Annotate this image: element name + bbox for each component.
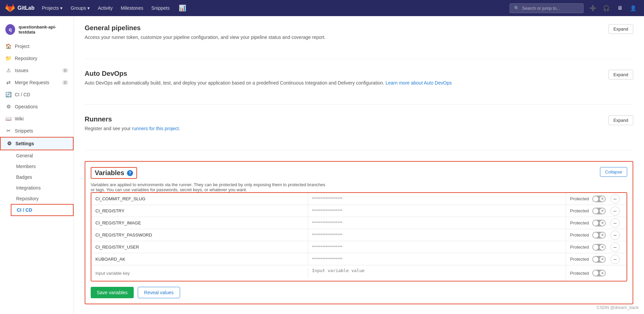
var-value-ci-registry-image: ****************** [308, 217, 566, 229]
search-icon: 🔍 [514, 6, 519, 11]
toggle-kuboard-ak[interactable]: ✕ [592, 256, 606, 263]
var-key-ci-registry-image: CI_REGISTRY_IMAGE [91, 217, 308, 229]
nav-monitor-icon[interactable]: 🖥 [614, 3, 625, 13]
table-row: CI_REGISTRY ****************** Protected… [91, 205, 627, 217]
nav-headphones-icon[interactable]: 🎧 [601, 3, 612, 13]
watermark: CSDN @dream_back [597, 305, 639, 310]
sidebar-item-label: Operations [15, 104, 38, 109]
toggle-new-variable[interactable]: ✕ [592, 270, 606, 276]
nav-activity[interactable]: Activity [94, 3, 116, 13]
navbar-icon-group: ➕ 🎧 🖥 👤 [588, 3, 639, 13]
sidebar-submenu-integrations[interactable]: Integrations [11, 182, 74, 193]
chevron-down-icon: ▾ [60, 5, 62, 11]
nav-chart-icon[interactable]: 📊 [177, 3, 188, 13]
main-content: General pipelines Access your runner tok… [74, 16, 644, 314]
variables-collapse-button[interactable]: Collapse [600, 167, 627, 177]
sidebar-item-label: Snippets [15, 128, 33, 134]
sidebar: q questionbank-api-testdata 🏠 Project 📁 … [0, 16, 74, 314]
variable-value-input[interactable] [308, 265, 566, 281]
toggle-ci-registry-image[interactable]: ✕ [592, 220, 606, 226]
toggle-ci-registry-user[interactable]: ✕ [592, 244, 606, 251]
general-pipelines-expand-button[interactable]: Expand [608, 24, 633, 34]
nav-groups[interactable]: Groups ▾ [67, 3, 93, 13]
sidebar-item-snippets[interactable]: ✂ Snippets [0, 125, 74, 137]
remove-ci-registry-button[interactable]: – [610, 206, 620, 216]
navbar-brand-label: GitLab [17, 5, 35, 11]
var-value-ci-registry: ****************** [308, 205, 566, 217]
variable-key-input[interactable] [91, 268, 308, 278]
cicd-icon: 🔄 [5, 92, 11, 98]
remove-ci-registry-image-button[interactable]: – [610, 218, 620, 228]
runners-expand-button[interactable]: Expand [608, 115, 633, 125]
auto-devops-learn-more-link[interactable]: Learn more about Auto DevOps [386, 80, 452, 86]
toggle-ci-registry-password[interactable]: ✕ [592, 232, 606, 239]
sidebar-project: q questionbank-api-testdata [0, 21, 74, 40]
var-key-ci-commit-ref-slug: CI_COMMIT_REF_SLUG [91, 193, 308, 205]
protected-label: Protected [570, 271, 589, 276]
nav-milestones[interactable]: Milestones [118, 3, 147, 13]
var-value-ci-registry-user: ****************** [308, 241, 566, 253]
nav-plus-icon[interactable]: ➕ [588, 3, 598, 13]
variables-section: Variables ? Variables are applied to env… [85, 161, 633, 304]
folder-icon: 📁 [5, 55, 11, 61]
remove-ci-registry-password-button[interactable]: – [610, 230, 620, 240]
table-row: CI_REGISTRY_USER ****************** Prot… [91, 241, 627, 253]
sidebar-item-project[interactable]: 🏠 Project [0, 40, 74, 52]
protected-label: Protected [570, 245, 589, 250]
sidebar-item-label: Merge Requests [15, 80, 49, 85]
runners-header: Runners Register and see your runners fo… [85, 115, 633, 139]
sidebar-item-wiki[interactable]: 📖 Wiki [0, 113, 74, 125]
protected-label: Protected [570, 232, 589, 238]
navbar-links: Projects ▾ Groups ▾ Activity Milestones … [39, 3, 173, 13]
sidebar-item-issues[interactable]: ⚠ Issues 0 [0, 64, 74, 76]
nav-user-icon[interactable]: 👤 [628, 3, 639, 13]
remove-ci-commit-ref-slug-button[interactable]: – [610, 194, 620, 204]
issues-icon: ⚠ [5, 67, 11, 73]
variables-desc: Variables are applied to environments vi… [91, 182, 326, 192]
var-protected-ci-commit-ref-slug: Protected ✕ – [566, 194, 627, 204]
settings-icon: ⚙ [6, 141, 12, 147]
chevron-down-icon: ▾ [87, 5, 90, 11]
protected-label: Protected [570, 220, 589, 225]
var-key-ci-registry: CI_REGISTRY [91, 205, 308, 217]
table-row: KUBOARD_AK ****************** Protected … [91, 253, 627, 265]
sidebar-item-settings[interactable]: ⚙ Settings [0, 137, 74, 150]
sidebar-submenu-badges[interactable]: Badges [11, 172, 74, 182]
app-layout: q questionbank-api-testdata 🏠 Project 📁 … [0, 16, 644, 314]
toggle-ci-registry[interactable]: ✕ [592, 208, 606, 214]
search-placeholder: Search or jump to... [522, 6, 560, 11]
sidebar-item-operations[interactable]: ⚙ Operations [0, 101, 74, 113]
var-protected-ci-registry-password: Protected ✕ – [566, 230, 627, 240]
sidebar-submenu-general[interactable]: General [11, 150, 74, 161]
nav-search-box[interactable]: 🔍 Search or jump to... [510, 3, 584, 13]
toggle-ci-commit-ref-slug[interactable]: ✕ [592, 196, 606, 202]
sidebar-item-repository[interactable]: 📁 Repository [0, 52, 74, 64]
nav-projects[interactable]: Projects ▾ [39, 3, 66, 13]
navbar-logo[interactable]: GitLab [5, 3, 35, 13]
protected-label: Protected [570, 196, 589, 201]
sidebar-item-merge-requests[interactable]: ⇄ Merge Requests 0 [0, 76, 74, 89]
remove-ci-registry-user-button[interactable]: – [610, 243, 620, 252]
table-row: CI_REGISTRY_IMAGE ****************** Pro… [91, 217, 627, 229]
sidebar-item-label: Issues [15, 68, 28, 73]
var-value-kuboard-ak: ****************** [308, 253, 566, 265]
save-variables-button[interactable]: Save variables [91, 287, 134, 298]
mr-badge: 0 [62, 80, 68, 85]
sidebar-submenu-cicd[interactable]: CI / CD [11, 204, 74, 216]
protected-label: Protected [570, 208, 589, 213]
sidebar-item-ci-cd[interactable]: 🔄 CI / CD [0, 89, 74, 101]
auto-devops-desc: Auto DevOps will automatically build, te… [85, 80, 452, 86]
reveal-values-button[interactable]: Reveal values [138, 287, 180, 298]
runners-desc: Register and see your runners for this p… [85, 126, 180, 131]
auto-devops-expand-button[interactable]: Expand [608, 70, 633, 80]
auto-devops-title-group: Auto DevOps Auto DevOps will automatical… [85, 70, 452, 94]
variables-help-icon[interactable]: ? [127, 170, 133, 176]
runners-section: Runners Register and see your runners fo… [85, 115, 633, 150]
var-protected-ci-registry: Protected ✕ – [566, 206, 627, 216]
nav-snippets[interactable]: Snippets [148, 3, 173, 13]
sidebar-submenu-members[interactable]: Members [11, 161, 74, 172]
sidebar-submenu-repository[interactable]: Repository [11, 193, 74, 204]
general-pipelines-desc: Access your runner token, customize your… [85, 35, 326, 40]
remove-kuboard-ak-button[interactable]: – [610, 255, 620, 264]
runners-link[interactable]: runners for this project [132, 126, 179, 131]
